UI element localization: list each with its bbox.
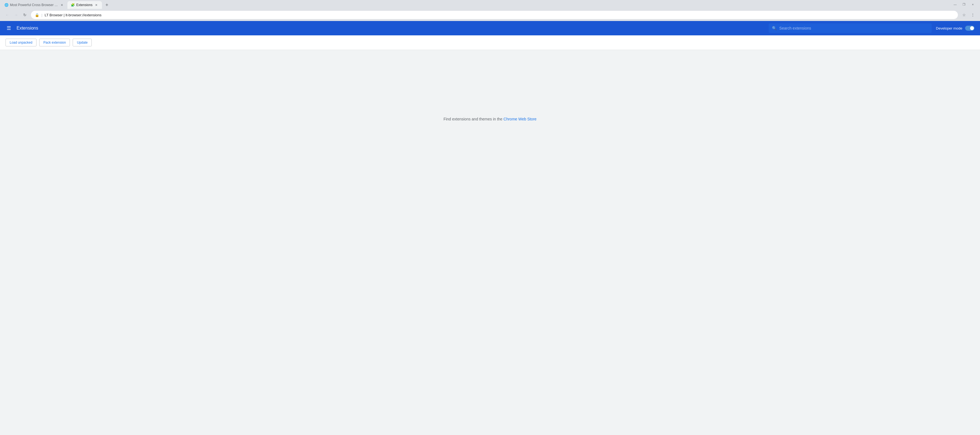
tab-2-icon: 🧩 [71,3,75,7]
tab-1-title: Most Powerful Cross Browser Tes [10,3,58,7]
minimize-button[interactable]: — [951,0,959,8]
load-unpacked-button[interactable]: Load unpacked [6,39,37,46]
nav-controls: ← → ↻ [3,11,29,19]
address-actions: ☆ ⋮ [960,11,977,19]
extensions-page: ☰ Extensions 🔍 Developer mode Load unpac… [0,21,980,435]
tab-strip: 🌐 Most Powerful Cross Browser Tes × 🧩 Ex… [1,0,951,9]
tab-1-close[interactable]: × [60,3,64,7]
address-separator: | [41,13,42,17]
chrome-web-store-link[interactable]: Chrome Web Store [503,117,536,121]
more-button[interactable]: ⋮ [969,11,977,19]
developer-mode-section: Developer mode [936,26,974,31]
developer-mode-toggle[interactable] [965,26,974,31]
update-button[interactable]: Update [73,39,92,46]
tab-2[interactable]: 🧩 Extensions × [67,1,102,9]
developer-mode-label: Developer mode [936,26,963,30]
extensions-page-title: Extensions [17,26,38,31]
address-url: LT Browser | lt-browser://extensions [45,13,102,17]
extensions-toolbar: Load unpacked Pack extension Update [0,35,980,50]
omnibox[interactable]: 🔒 | LT Browser | lt-browser://extensions [31,11,958,19]
address-path: lt-browser://extensions [65,13,102,17]
lock-icon: 🔒 [35,13,39,17]
window-controls: — ❐ × [951,0,979,8]
extensions-content: Find extensions and themes in the Chrome… [0,50,980,188]
tab-2-title: Extensions [76,3,92,7]
forward-button[interactable]: → [12,11,20,19]
search-box[interactable]: 🔍 [768,24,932,33]
browser-frame: 🌐 Most Powerful Cross Browser Tes × 🧩 Ex… [0,0,980,435]
tab-2-close[interactable]: × [94,3,99,7]
tab-1[interactable]: 🌐 Most Powerful Cross Browser Tes × [1,1,67,9]
extensions-header: ☰ Extensions 🔍 Developer mode [0,21,980,35]
hamburger-menu-icon[interactable]: ☰ [6,24,12,32]
empty-state-text: Find extensions and themes in the [444,117,503,121]
search-icon: 🔍 [772,26,776,30]
empty-state-message: Find extensions and themes in the Chrome… [444,117,536,121]
back-button[interactable]: ← [3,11,11,19]
maximize-button[interactable]: ❐ [960,0,968,8]
pack-extension-button[interactable]: Pack extension [39,39,70,46]
new-tab-button[interactable]: + [103,1,111,9]
tab-1-icon: 🌐 [5,3,8,7]
refresh-button[interactable]: ↻ [21,11,29,19]
address-bar: ← → ↻ 🔒 | LT Browser | lt-browser://exte… [0,9,980,21]
search-input[interactable] [780,26,928,30]
close-window-button[interactable]: × [969,0,977,8]
address-site-name: LT Browser [45,13,62,17]
bookmark-button[interactable]: ☆ [960,11,968,19]
title-bar: 🌐 Most Powerful Cross Browser Tes × 🧩 Ex… [0,0,980,9]
